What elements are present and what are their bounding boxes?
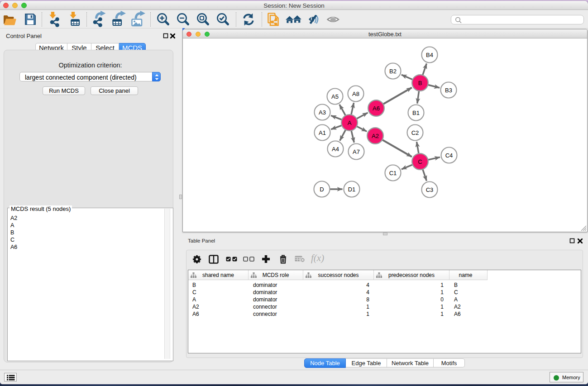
svg-text:A6: A6 xyxy=(373,105,380,112)
svg-text:A5: A5 xyxy=(331,93,339,100)
svg-text:A1: A1 xyxy=(319,129,326,136)
svg-text:A3: A3 xyxy=(319,109,326,116)
svg-text:B4: B4 xyxy=(426,52,433,58)
svg-text:C2: C2 xyxy=(411,129,419,136)
svg-text:C4: C4 xyxy=(445,152,453,159)
svg-text:C: C xyxy=(418,158,422,165)
svg-text:D1: D1 xyxy=(348,186,356,193)
svg-text:A2: A2 xyxy=(372,133,379,139)
svg-text:A7: A7 xyxy=(353,148,360,155)
svg-text:A: A xyxy=(348,119,352,126)
svg-text:C1: C1 xyxy=(389,170,397,176)
svg-text:B1: B1 xyxy=(412,110,420,116)
svg-text:A8: A8 xyxy=(352,91,359,97)
svg-text:B3: B3 xyxy=(445,87,452,94)
svg-text:D: D xyxy=(320,186,324,193)
svg-text:B2: B2 xyxy=(389,68,397,75)
svg-text:A4: A4 xyxy=(332,146,339,152)
svg-text:B: B xyxy=(418,80,422,86)
svg-text:C3: C3 xyxy=(426,186,434,193)
